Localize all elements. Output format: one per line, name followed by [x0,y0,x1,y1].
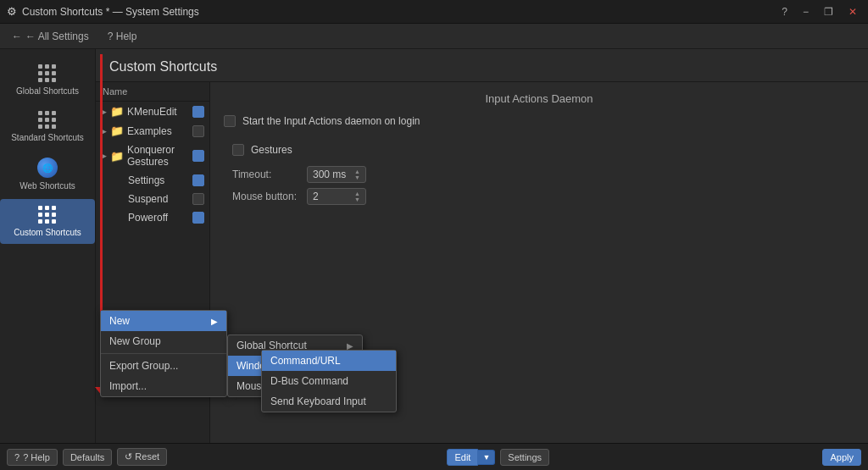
timeout-spinner[interactable]: ▲ ▼ [354,169,360,180]
web-shortcuts-icon: 🌐 [37,158,58,178]
context-menu-item-export[interactable]: Export Group... [101,356,226,376]
defaults-button[interactable]: Defaults [63,449,112,466]
check-icon[interactable] [192,193,204,205]
list-item-kmenudit[interactable]: ▶ 📁 KMenuEdit [96,102,209,121]
navbar-help-button[interactable]: ? Help [103,28,142,45]
item-label: Suspend [114,193,189,205]
list-item-konqueror[interactable]: ▶ 📁 Konqueror Gestures [96,141,209,171]
spin-up[interactable]: ▲ [354,191,360,196]
titlebar: ⚙ Custom Shortcuts * — System Settings ?… [0,0,868,24]
command-url-label: Command/URL [270,355,341,367]
context-menu: New ▶ New Group Export Group... Import..… [100,310,227,397]
submenu-global-shortcut-types: Command/URL D-Bus Command Send Keyboard … [261,350,397,412]
ctx-separator [101,353,226,354]
spin-up[interactable]: ▲ [354,169,360,174]
sidebar-label-standard: Standard Shortcuts [11,133,84,142]
edit-button-wrap: Edit ▼ [447,449,495,466]
bottom-toolbar: ? ? Help Defaults ↺ Reset Edit ▼ Setting… [0,443,868,470]
new-label: New [109,315,130,327]
edit-dropdown-arrow[interactable]: ▼ [478,450,495,465]
daemon-label: Start the Input Actions daemon on login [242,115,420,127]
titlebar-left: ⚙ Custom Shortcuts * — System Settings [7,5,199,18]
submenu-item-command-url[interactable]: Command/URL [262,351,396,371]
close-button[interactable]: ✕ [844,4,861,19]
help-label: ? Help [23,452,50,462]
sidebar-item-standard-shortcuts[interactable]: Standard Shortcuts [0,104,95,149]
spin-down[interactable]: ▼ [354,196,360,202]
mouse-button-row: Mouse button: 2 ▲ ▼ [232,188,854,205]
submenu-item-dbus[interactable]: D-Bus Command [262,371,396,391]
submenu-arrow: ▶ [347,341,353,351]
timeout-label: Timeout: [232,169,300,180]
list-item-examples[interactable]: ▶ 📁 Examples [96,121,209,141]
import-label: Import... [109,380,147,392]
mouse-button-input[interactable]: 2 ▲ ▼ [307,188,366,205]
gestures-row: Gestures [232,144,854,156]
apply-button[interactable]: Apply [822,449,861,466]
navbar: ← ← All Settings ? Help [0,24,868,49]
context-menu-item-new-group[interactable]: New Group [101,331,226,351]
mouse-button-spinner[interactable]: ▲ ▼ [354,191,360,202]
section-title: Input Actions Daemon [224,92,854,105]
daemon-checkbox[interactable] [224,115,236,127]
spin-down[interactable]: ▼ [354,174,360,180]
folder-icon: 📁 [110,105,124,118]
item-label: Settings [114,174,189,186]
defaults-label: Defaults [70,452,104,462]
item-label: Poweroff [114,212,189,224]
reset-label: ↺ Reset [125,451,159,462]
item-label: Konqueror Gestures [127,144,189,168]
help-button[interactable]: ? ? Help [7,449,58,466]
edit-section: Edit ▼ Settings [447,449,549,466]
check-icon[interactable] [192,106,204,118]
list-header: Name [96,82,209,102]
export-label: Export Group... [109,360,178,372]
sidebar-item-web-shortcuts[interactable]: 🌐 Web Shortcuts [0,151,95,197]
apply-label: Apply [830,452,854,462]
gestures-label: Gestures [251,144,292,156]
reset-button[interactable]: ↺ Reset [117,448,167,466]
mouse-button-label: Mouse button: [232,191,300,202]
global-shortcuts-icon [38,64,57,83]
check-icon[interactable] [192,212,204,224]
list-item-poweroff[interactable]: Poweroff [96,208,209,227]
help-button[interactable]: ? [777,4,792,19]
context-menu-item-import[interactable]: Import... [101,376,226,396]
list-item-settings[interactable]: Settings [96,171,209,190]
bottom-left: ? ? Help Defaults ↺ Reset [7,448,167,466]
back-button[interactable]: ← ← All Settings [7,28,94,45]
gestures-checkbox[interactable] [232,144,244,156]
titlebar-title: Custom Shortcuts * — System Settings [22,6,199,18]
new-arrow: ▶ [211,317,218,326]
settings-label: Settings [508,452,542,462]
content-header: Custom Shortcuts [96,49,868,82]
daemon-row: Start the Input Actions daemon on login [224,115,854,127]
settings-button[interactable]: Settings [500,449,549,466]
folder-icon: 📁 [110,124,124,137]
titlebar-controls: ? − ❐ ✕ [777,4,861,19]
standard-shortcuts-icon [38,111,57,130]
list-item-suspend[interactable]: Suspend [96,190,209,208]
timeout-input[interactable]: 300 ms ▲ ▼ [307,166,366,183]
dbus-label: D-Bus Command [270,375,348,387]
custom-shortcuts-icon [38,206,57,224]
help-icon: ? [14,452,19,462]
minimize-button[interactable]: − [798,4,813,19]
restore-button[interactable]: ❐ [820,4,837,19]
page-title: Custom Shortcuts [109,59,217,74]
context-menu-item-new[interactable]: New ▶ [101,311,226,331]
check-icon[interactable] [192,174,204,186]
back-icon: ← [12,30,22,42]
sidebar-label-custom: Custom Shortcuts [14,228,81,237]
sidebar-item-global-shortcuts[interactable]: Global Shortcuts [0,58,95,102]
submenu-item-keyboard-input[interactable]: Send Keyboard Input [262,391,396,412]
edit-button[interactable]: Edit [447,449,478,466]
item-label: Examples [127,125,189,137]
back-label: ← All Settings [25,30,89,42]
check-icon[interactable] [192,150,204,162]
check-icon[interactable] [192,125,204,137]
navbar-help-label: ? Help [108,30,137,42]
sidebar-item-custom-shortcuts[interactable]: Custom Shortcuts [0,199,95,244]
timeout-value: 300 ms [313,169,346,180]
sidebar-label-global: Global Shortcuts [16,86,79,96]
